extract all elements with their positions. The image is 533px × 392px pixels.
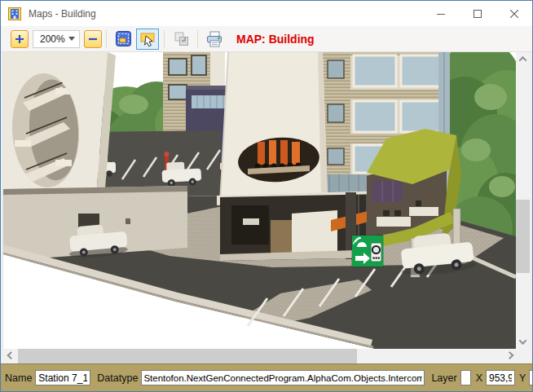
- minus-icon: [88, 34, 98, 44]
- app-building-icon: [8, 7, 21, 20]
- toolbar-separator: [106, 30, 107, 48]
- layer-label: Layer: [431, 372, 456, 384]
- right-inset: [530, 52, 532, 349]
- layer-move-icon: [173, 30, 190, 47]
- toolbar-separator: [197, 30, 198, 48]
- station-marker-intercom[interactable]: [352, 236, 383, 266]
- zoom-region-icon: [115, 30, 132, 47]
- map-canvas[interactable]: [3, 52, 516, 349]
- minimize-icon: [437, 10, 445, 18]
- horizontal-scrollbar-row: [1, 349, 532, 363]
- map-toolbar: 200%: [1, 26, 532, 52]
- status-bar: Name Datatype Layer X Y: [1, 363, 532, 391]
- map-scene-building: [3, 52, 516, 349]
- printer-icon: [205, 30, 223, 48]
- select-cursor-icon: [139, 30, 156, 48]
- vertical-scrollbar-thumb[interactable]: [516, 200, 530, 273]
- close-icon: [510, 10, 518, 18]
- y-coordinate-field[interactable]: [529, 370, 532, 385]
- vertical-scrollbar[interactable]: [516, 52, 530, 349]
- toolbar-separator: [164, 30, 165, 48]
- name-label: Name: [5, 372, 32, 384]
- zoom-in-button[interactable]: [11, 30, 29, 48]
- horizontal-scrollbar[interactable]: [4, 349, 517, 363]
- chevron-up-icon: [519, 56, 527, 64]
- intercom-station-icon: [352, 236, 383, 266]
- scroll-up-button[interactable]: [516, 52, 530, 66]
- datatype-label: Datatype: [97, 372, 138, 384]
- maps-window: Maps - Building 200%: [0, 0, 533, 392]
- select-tool-button[interactable]: [136, 29, 159, 50]
- scroll-down-button[interactable]: [516, 335, 530, 349]
- x-coordinate-field[interactable]: [486, 370, 515, 385]
- minimize-button[interactable]: [422, 1, 459, 26]
- window-title: Maps - Building: [29, 8, 422, 20]
- close-button[interactable]: [496, 1, 532, 26]
- name-field[interactable]: [35, 370, 90, 385]
- current-map-label: MAP: Building: [236, 33, 315, 46]
- zoom-out-button[interactable]: [84, 30, 102, 48]
- layer-move-button-disabled[interactable]: [170, 29, 192, 50]
- horizontal-scrollbar-thumb[interactable]: [18, 349, 357, 363]
- scrollbar-corner: [517, 349, 531, 363]
- scroll-left-button[interactable]: [4, 349, 18, 363]
- combo-caret-icon: [68, 37, 75, 41]
- print-button[interactable]: [203, 29, 226, 50]
- title-bar: Maps - Building: [1, 1, 532, 26]
- layer-field[interactable]: [460, 370, 471, 385]
- zoom-region-button[interactable]: [112, 29, 134, 50]
- x-label: X: [476, 372, 482, 384]
- y-label: Y: [519, 372, 526, 384]
- plus-icon: [15, 34, 24, 44]
- map-content-row: [1, 52, 532, 349]
- zoom-level-combo[interactable]: 200%: [33, 30, 80, 48]
- zoom-level-value: 200%: [40, 33, 65, 45]
- datatype-field[interactable]: [141, 370, 425, 385]
- chevron-down-icon: [519, 337, 527, 345]
- chevron-right-icon: [506, 351, 514, 359]
- maximize-button[interactable]: [459, 1, 496, 26]
- scroll-right-button[interactable]: [503, 349, 517, 363]
- maximize-icon: [474, 10, 482, 18]
- chevron-left-icon: [7, 351, 15, 359]
